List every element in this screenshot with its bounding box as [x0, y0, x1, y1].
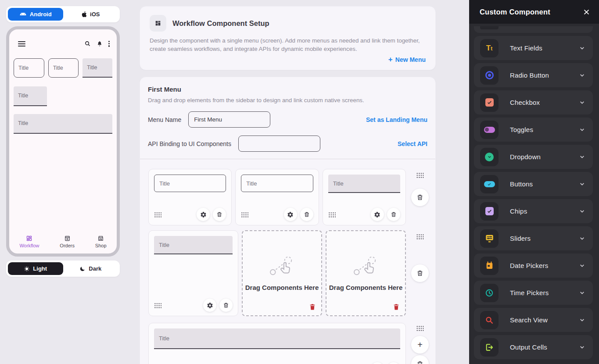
component-title-input[interactable]: [154, 328, 400, 349]
component-list: Tt Text Fields Radio Button Checkbox Tog…: [469, 24, 599, 359]
sliders-icon: [480, 229, 499, 248]
drop-zone-delete-button[interactable]: [393, 303, 400, 312]
chevron-down-icon[interactable]: [579, 317, 585, 323]
android-icon: [19, 12, 27, 17]
component-item-output-cells[interactable]: Output Cells: [474, 335, 593, 359]
workflow-grid-icon: [26, 235, 32, 242]
delete-button[interactable]: [387, 208, 400, 221]
drag-handle-icon[interactable]: [154, 303, 161, 308]
select-api-link[interactable]: Select API: [398, 140, 427, 147]
component-item-text-fields[interactable]: Tt Text Fields: [474, 36, 593, 60]
drag-handle-icon[interactable]: [328, 212, 336, 218]
component-title-input[interactable]: [154, 236, 233, 254]
left-panel: Android iOS: [6, 6, 120, 277]
component-title-input[interactable]: [154, 175, 226, 192]
drop-zone[interactable]: Drag Components Here: [242, 230, 322, 316]
sun-icon: [24, 266, 30, 272]
component-item-partial: [474, 26, 593, 33]
page-description: Design the component with a single menu …: [150, 36, 426, 53]
component-item-search-view[interactable]: Search View: [474, 308, 593, 332]
android-button[interactable]: Android: [8, 8, 63, 21]
settings-button[interactable]: [371, 208, 384, 221]
hamburger-menu-icon[interactable]: [18, 40, 25, 48]
nav-item-workflow[interactable]: Workflow: [19, 235, 39, 248]
chevron-down-icon[interactable]: [579, 100, 585, 105]
component-item-time-pickers[interactable]: Time Pickers: [474, 281, 593, 305]
phone-bottom-nav: Workflow Orders Shop: [9, 235, 117, 248]
component-item-label: Search View: [510, 316, 548, 324]
nav-item-shop[interactable]: Shop: [95, 235, 107, 248]
delete-button[interactable]: [213, 208, 226, 221]
row-delete-button[interactable]: [411, 189, 429, 206]
settings-button[interactable]: [371, 362, 384, 364]
chevron-down-icon[interactable]: [579, 154, 585, 160]
component-item-sliders[interactable]: Sliders: [474, 226, 593, 250]
chevron-down-icon[interactable]: [579, 344, 585, 350]
settings-button[interactable]: [284, 208, 297, 221]
row-drag-handle-icon[interactable]: [416, 172, 424, 178]
row-drag-handle-icon[interactable]: [416, 325, 424, 331]
component-item-toggles[interactable]: Toggles: [474, 118, 593, 142]
component-item-dropdown[interactable]: Dropdown: [474, 145, 593, 169]
delete-button[interactable]: [387, 362, 400, 364]
new-menu-button[interactable]: + New Menu: [388, 56, 426, 63]
component-item-label: Checkbox: [510, 99, 540, 106]
row-delete-button[interactable]: [411, 264, 429, 282]
component-item-label: Dropdown: [510, 153, 541, 161]
component-grid-icon: [150, 15, 166, 32]
ios-label: iOS: [90, 11, 100, 18]
component-item-date-pickers[interactable]: Date Pickers: [474, 253, 593, 278]
bell-icon[interactable]: [97, 40, 103, 47]
sidebar-title: Custom Component: [480, 8, 550, 16]
settings-button[interactable]: [203, 299, 216, 312]
ios-button[interactable]: iOS: [63, 8, 118, 21]
phone-title-input-5[interactable]: [14, 114, 112, 134]
component-title-input[interactable]: [328, 175, 400, 193]
phone-title-input-3[interactable]: [82, 58, 112, 78]
chips-icon: [480, 202, 499, 221]
chevron-down-icon[interactable]: [579, 127, 585, 132]
close-button[interactable]: [583, 8, 590, 16]
set-landing-menu-link[interactable]: Set as Landing Menu: [366, 116, 427, 123]
component-item-chips[interactable]: Chips: [474, 199, 593, 223]
drag-handle-icon[interactable]: [241, 212, 248, 218]
chevron-down-icon[interactable]: [579, 45, 585, 51]
drop-zone-delete-button[interactable]: [309, 303, 316, 312]
chevron-down-icon[interactable]: [579, 181, 585, 187]
phone-title-input-1[interactable]: [14, 58, 44, 78]
drag-handle-icon[interactable]: [154, 212, 161, 218]
menu-name-input[interactable]: [188, 111, 270, 128]
row-drag-handle-icon[interactable]: [416, 234, 424, 239]
component-item-label: Time Pickers: [510, 289, 549, 296]
search-icon[interactable]: [84, 40, 91, 47]
menu-settings-section: First Menu Drag and drop elements from t…: [140, 77, 435, 159]
drop-zone[interactable]: Drag Components Here: [326, 230, 406, 316]
chevron-down-icon[interactable]: [579, 290, 585, 296]
kebab-menu-icon[interactable]: [108, 40, 110, 47]
nav-item-orders[interactable]: Orders: [60, 235, 75, 248]
apple-icon: [81, 11, 87, 18]
dark-theme-button[interactable]: Dark: [63, 262, 118, 275]
phone-title-input-4[interactable]: [14, 86, 47, 106]
chevron-down-icon[interactable]: [579, 263, 585, 268]
row-delete-button[interactable]: [411, 355, 429, 364]
add-row-button[interactable]: +: [411, 336, 429, 353]
component-item-buttons[interactable]: Buttons: [474, 172, 593, 196]
component-canvas: Drag Components Here: [140, 159, 435, 364]
api-binding-input[interactable]: [238, 136, 320, 152]
delete-button[interactable]: [300, 208, 313, 221]
chevron-down-icon[interactable]: [579, 72, 585, 78]
component-card: [148, 169, 232, 225]
chevron-down-icon[interactable]: [579, 208, 585, 214]
chevron-down-icon[interactable]: [579, 236, 585, 241]
component-title-input[interactable]: [241, 175, 313, 192]
component-item-label: Sliders: [510, 235, 531, 242]
menu-subtitle: Drag and drop elements from the sidebar …: [148, 97, 427, 103]
component-item-checkbox[interactable]: Checkbox: [474, 90, 593, 114]
phone-title-input-2[interactable]: [48, 58, 79, 78]
settings-button[interactable]: [197, 208, 210, 221]
delete-button[interactable]: [219, 299, 233, 312]
time-picker-icon: [480, 284, 499, 302]
light-theme-button[interactable]: Light: [8, 262, 63, 275]
component-item-radio-button[interactable]: Radio Button: [474, 63, 593, 87]
